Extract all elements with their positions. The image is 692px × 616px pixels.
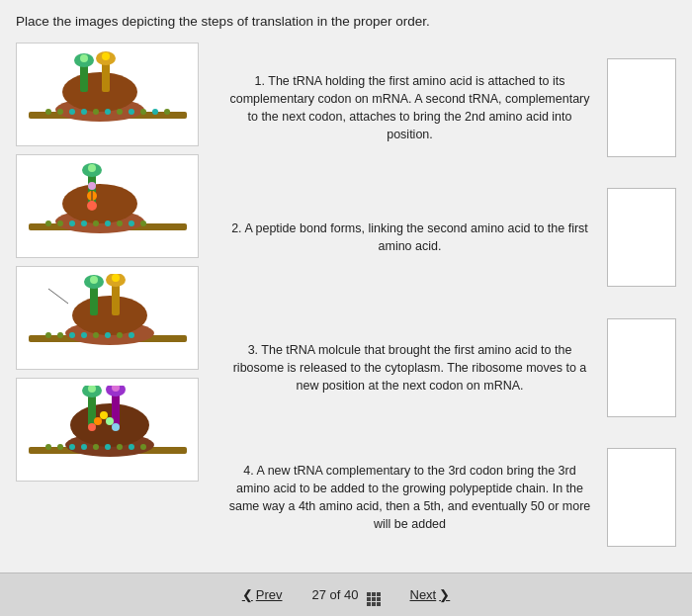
svg-point-37 <box>129 220 134 226</box>
svg-point-47 <box>112 274 120 282</box>
svg-point-15 <box>117 109 123 115</box>
svg-point-74 <box>81 444 87 450</box>
svg-point-55 <box>117 332 123 338</box>
svg-point-31 <box>57 220 63 226</box>
step-text-2: 2. A peptide bond forms, linking the sec… <box>218 212 601 263</box>
svg-point-68 <box>100 411 108 419</box>
bottom-nav: ❮ Prev 27 of 40 Next ❯ <box>0 572 692 616</box>
svg-point-71 <box>45 444 51 450</box>
page-info: 27 of 40 <box>312 584 381 606</box>
svg-point-72 <box>57 444 63 450</box>
svg-point-76 <box>105 444 111 450</box>
svg-point-14 <box>105 109 111 115</box>
svg-point-30 <box>45 220 51 226</box>
next-button[interactable]: Next ❯ <box>410 587 451 602</box>
svg-point-70 <box>112 423 120 431</box>
grid-view-icon[interactable] <box>367 584 381 606</box>
svg-point-79 <box>140 444 146 450</box>
svg-point-73 <box>69 444 75 450</box>
svg-point-50 <box>57 332 63 338</box>
next-label: Next <box>410 587 437 602</box>
image-list <box>16 43 209 563</box>
svg-point-36 <box>117 220 123 226</box>
image-card-4[interactable] <box>16 378 199 482</box>
svg-point-16 <box>129 109 134 115</box>
content-area: 1. The tRNA holding the first amino acid… <box>16 43 676 563</box>
next-chevron-icon: ❯ <box>439 587 450 602</box>
answer-box-3[interactable] <box>607 318 676 417</box>
step-text-3: 3. The tRNA molcule that brought the fir… <box>218 333 601 402</box>
svg-point-34 <box>93 220 99 226</box>
svg-point-11 <box>69 109 75 115</box>
step-group-4: 4. A new tRNA complementary to the 3rd c… <box>218 433 676 564</box>
svg-point-41 <box>72 296 147 335</box>
answer-box-2[interactable] <box>607 188 676 287</box>
svg-point-75 <box>93 444 99 450</box>
svg-point-49 <box>45 332 51 338</box>
svg-point-77 <box>117 444 123 450</box>
svg-point-10 <box>57 109 63 115</box>
svg-point-56 <box>129 332 134 338</box>
steps-container: 1. The tRNA holding the first amino acid… <box>209 43 676 563</box>
svg-line-48 <box>48 289 68 304</box>
svg-point-19 <box>164 109 170 115</box>
prev-label: Prev <box>256 587 283 602</box>
step-text-1: 1. The tRNA holding the first amino acid… <box>218 64 601 152</box>
svg-point-69 <box>106 417 114 425</box>
instruction-text: Place the images depicting the steps of … <box>16 14 676 29</box>
svg-point-5 <box>80 54 88 62</box>
step-group-3: 3. The tRNA molcule that brought the fir… <box>218 303 676 433</box>
page-counter: 27 of 40 <box>312 587 359 602</box>
svg-point-78 <box>129 444 134 450</box>
svg-point-22 <box>62 184 137 223</box>
svg-point-2 <box>62 72 137 112</box>
svg-point-32 <box>69 220 75 226</box>
svg-point-52 <box>81 332 87 338</box>
svg-point-18 <box>152 109 158 115</box>
svg-point-38 <box>140 220 146 226</box>
step-group-2: 2. A peptide bond forms, linking the sec… <box>218 173 676 304</box>
svg-point-25 <box>88 164 96 172</box>
svg-point-67 <box>94 417 102 425</box>
answer-box-4[interactable] <box>607 448 676 547</box>
svg-point-29 <box>88 182 96 190</box>
image-card-2[interactable] <box>16 154 199 258</box>
image-card-1[interactable] <box>16 43 199 146</box>
svg-point-13 <box>93 109 99 115</box>
prev-chevron-icon: ❮ <box>242 587 253 602</box>
svg-point-51 <box>69 332 75 338</box>
image-card-3[interactable] <box>16 266 199 370</box>
svg-point-9 <box>45 109 51 115</box>
main-container: Place the images depicting the steps of … <box>0 0 692 572</box>
svg-point-8 <box>102 52 110 60</box>
svg-point-66 <box>88 423 96 431</box>
prev-button[interactable]: ❮ Prev <box>242 587 283 602</box>
svg-point-17 <box>140 109 146 115</box>
svg-point-26 <box>87 201 97 211</box>
svg-point-53 <box>93 332 99 338</box>
svg-point-33 <box>81 220 87 226</box>
svg-point-12 <box>81 109 87 115</box>
svg-point-44 <box>90 276 98 284</box>
step-text-4: 4. A new tRNA complementary to the 3rd c… <box>218 454 601 542</box>
svg-point-35 <box>105 220 111 226</box>
answer-box-1[interactable] <box>607 58 676 157</box>
svg-point-54 <box>105 332 111 338</box>
step-group-1: 1. The tRNA holding the first amino acid… <box>218 43 676 173</box>
